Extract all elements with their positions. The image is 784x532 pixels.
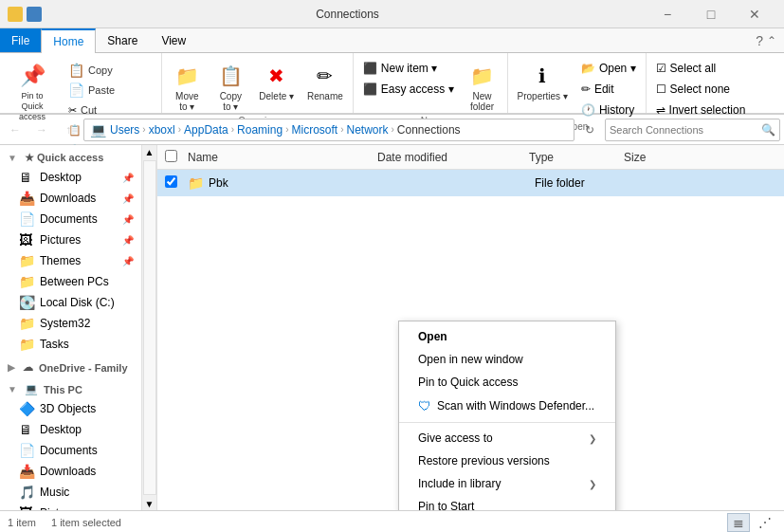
cut-button[interactable]: ✂ Cut [63,101,157,119]
cm-give-access[interactable]: Give access to ❯ [399,427,615,449]
tab-home[interactable]: Home [41,28,96,53]
help-icon[interactable]: ? [756,33,763,48]
cm-scan-defender[interactable]: 🛡 Scan with Windows Defender... [399,394,615,418]
window-title: Connections [49,8,646,21]
sidebar-item-themes[interactable]: 📁 Themes 📌 [0,250,141,271]
details-view-button[interactable]: ≣ [727,513,750,532]
column-type[interactable]: Type [529,151,624,164]
sidebar-item-documents1[interactable]: 📄 Documents 📌 [0,209,141,229]
cm-sep1 [399,422,615,423]
tab-share[interactable]: Share [96,28,150,52]
back-button[interactable]: ← [4,119,27,141]
cm-include-library[interactable]: Include in library ❯ [399,472,615,495]
sidebar-item-tasks[interactable]: 📁 Tasks [0,334,141,355]
cm-pin-quick-access[interactable]: Pin to Quick access [399,371,615,394]
cm-restore-versions[interactable]: Restore previous versions [399,449,615,472]
ribbon: File Home Share View ? ⌃ 📌 Pin to Quick … [0,28,784,115]
rename-icon: ✏ [310,61,340,91]
easy-access-button[interactable]: ⬛ Easy access ▾ [357,80,460,99]
maximize-button[interactable]: □ [689,0,733,28]
sidebar-item-pictures1[interactable]: 🖼 Pictures 📌 [0,229,141,250]
column-date[interactable]: Date modified [377,151,529,164]
select-all-button[interactable]: ☑ Select all [650,59,752,78]
pictures-icon2: 🖼 [19,505,34,510]
sidebar-item-desktop1[interactable]: 🖥 Desktop 📌 [0,167,141,188]
large-icons-view-button[interactable]: ⋰ [754,513,776,532]
quickaccess-label: ★ Quick access [25,152,103,164]
ribbon-content: 📌 Pin to Quick access 📋 Copy 📄 Paste ✂ [0,53,784,114]
cm-open-new-window[interactable]: Open in new window [399,348,615,371]
properties-button[interactable]: ℹ Properties ▾ [512,59,574,103]
rename-button[interactable]: ✏ Rename [301,59,349,103]
sidebar-item-pictures2[interactable]: 🖼 Pictures [0,503,141,510]
file-row-pbk[interactable]: 📁 Pbk File folder [157,170,784,196]
open-button[interactable]: 📂 Open ▾ [575,59,642,78]
sidebar-item-desktop2[interactable]: 🖥 Desktop [0,419,141,440]
breadcrumb-network[interactable]: Network [347,123,389,137]
new-folder-button[interactable]: 📁 Newfolder [462,59,503,114]
expand-ribbon-icon[interactable]: ⌃ [767,34,776,47]
select-all-checkbox[interactable] [165,150,177,162]
address-bar: ← → ↑ 💻 Users › xboxl › AppData › Roamin… [0,115,784,145]
pin-quick-access-button[interactable]: 📌 Pin to Quick access [4,59,61,123]
scroll-down-btn[interactable]: ▼ [143,497,156,510]
title-bar-icons [8,7,42,22]
documents-icon1: 📄 [19,211,34,227]
cm-pin-start[interactable]: Pin to Start [399,495,615,510]
sidebar-item-downloads2[interactable]: 📥 Downloads [0,461,141,482]
breadcrumb-appdata[interactable]: AppData [184,123,228,137]
breadcrumb-roaming[interactable]: Roaming [237,123,283,137]
sidebar-item-system32[interactable]: 📁 System32 [0,313,141,334]
search-input[interactable] [610,124,761,136]
edit-button[interactable]: ✏ Edit [575,80,642,99]
forward-button[interactable]: → [30,119,53,141]
breadcrumb-xboxl[interactable]: xboxl [149,123,175,137]
refresh-button[interactable]: ↻ [578,119,601,141]
folder-file-icon: 📁 [188,175,203,191]
sidebar-section-thispc[interactable]: ▼ 💻 This PC [0,380,141,398]
minimize-button[interactable]: − [646,0,689,28]
folder-icon-blue [27,7,42,22]
delete-button[interactable]: ✖ Delete ▾ [253,59,300,103]
copy-button[interactable]: 📋 Copy [63,61,157,80]
sidebar-item-music[interactable]: 🎵 Music [0,482,141,503]
pin-icon: 📌 [17,61,47,91]
select-all-label: Select all [670,62,717,75]
copy-to-icon: 📋 [215,61,246,91]
invert-selection-button[interactable]: ⇌ Invert selection [650,101,752,119]
sidebar-item-documents2[interactable]: 📄 Documents [0,440,141,461]
search-box[interactable]: 🔍 [605,119,780,141]
defender-icon: 🛡 [418,398,431,413]
tab-file[interactable]: File [0,28,41,52]
title-bar: Connections − □ ✕ [0,0,784,28]
sidebar-item-3dobjects[interactable]: 🔷 3D Objects [0,398,141,419]
file-checkbox[interactable] [165,175,177,188]
sidebar-section-quickaccess[interactable]: ▼ ★ Quick access [0,149,141,167]
column-size[interactable]: Size [624,151,700,164]
select-none-button[interactable]: ☐ Select none [650,80,752,99]
close-button[interactable]: ✕ [733,0,776,28]
breadcrumb-users[interactable]: Users [110,123,139,137]
sidebar-section-onedrive[interactable]: ▶ ☁ OneDrive - Family [0,358,141,376]
paste-button[interactable]: 📄 Paste [63,81,157,100]
breadcrumb[interactable]: 💻 Users › xboxl › AppData › Roaming › Mi… [83,119,574,141]
file-list-header: Name Date modified Type Size [157,145,784,170]
downloads-icon2: 📥 [19,464,34,479]
new-folder-icon: 📁 [467,61,498,91]
move-to-button[interactable]: 📁 Moveto ▾ [166,59,208,114]
cm-open[interactable]: Open [399,325,615,348]
sidebar-item-localdisk[interactable]: 💽 Local Disk (C:) [0,292,141,313]
scroll-up-btn[interactable]: ▲ [143,145,156,158]
breadcrumb-microsoft[interactable]: Microsoft [291,123,337,137]
sidebar-item-betweenpcs[interactable]: 📁 Between PCs [0,271,141,292]
copy-icon: 📋 [68,63,84,78]
sidebar-item-downloads1[interactable]: 📥 Downloads 📌 [0,188,141,209]
tab-view[interactable]: View [150,28,198,52]
new-item-button[interactable]: ⬛ New item ▾ [357,59,460,78]
downloads-icon1: 📥 [19,191,34,206]
paste-icon: 📄 [68,83,84,98]
copy-to-button[interactable]: 📋 Copyto ▾ [210,59,251,114]
history-button[interactable]: 🕐 History [575,101,642,119]
column-name[interactable]: Name [188,151,377,164]
up-button[interactable]: ↑ [57,119,80,141]
